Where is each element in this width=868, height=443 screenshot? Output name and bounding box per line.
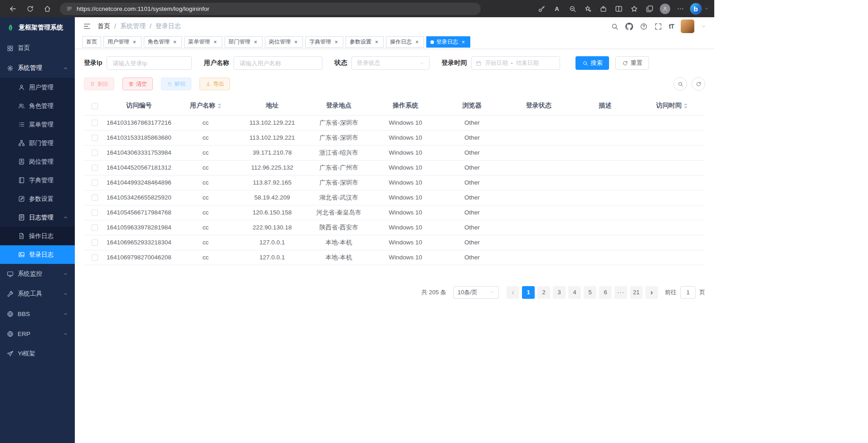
goto-page-input[interactable] [680, 286, 696, 299]
search-button[interactable]: 搜索 [575, 56, 609, 70]
sidebar-item-menu-management[interactable]: 菜单管理 [0, 115, 75, 134]
row-checkbox[interactable] [92, 254, 98, 261]
sidebar-item-system-monitor[interactable]: 系统监控 [0, 264, 75, 284]
breadcrumb-home[interactable]: 首页 [98, 22, 110, 30]
sidebar-item-param-settings[interactable]: 参数设置 [0, 190, 75, 208]
sidebar-item-login-log[interactable]: 登录日志 [0, 245, 75, 264]
col-user-name[interactable]: 用户名称 [172, 96, 239, 115]
bing-caret-icon[interactable] [704, 5, 709, 13]
page-button-6[interactable]: 6 [599, 286, 612, 299]
user-avatar[interactable] [681, 19, 694, 33]
sidebar-item-erp[interactable]: ERP [0, 324, 75, 344]
site-info-icon[interactable] [66, 5, 73, 12]
question-help-icon[interactable] [640, 23, 648, 30]
close-icon[interactable]: × [374, 39, 380, 45]
browser-menu-icon[interactable] [673, 2, 687, 15]
next-page-button[interactable]: › [645, 286, 658, 299]
page-button-4[interactable]: 4 [568, 286, 581, 299]
search-icon[interactable] [611, 23, 619, 30]
breadcrumb-system-management[interactable]: 系统管理 [120, 22, 146, 30]
favorites-icon[interactable] [627, 2, 641, 15]
page-button-2[interactable]: 2 [537, 286, 550, 299]
tab-home[interactable]: 首页 [82, 36, 101, 48]
row-checkbox[interactable] [92, 120, 98, 126]
delete-button[interactable]: 删除 [84, 78, 114, 90]
split-screen-icon[interactable] [612, 2, 625, 15]
sidebar-item-log-management[interactable]: 日志管理 [0, 208, 75, 227]
unlock-button[interactable]: 解锁 [161, 78, 191, 90]
collections-icon[interactable] [643, 2, 656, 15]
row-checkbox[interactable] [92, 239, 98, 246]
tab-param-settings[interactable]: 参数设置× [346, 36, 384, 48]
tab-user-management[interactable]: 用户管理× [103, 36, 141, 48]
refresh-table-button[interactable] [692, 77, 705, 91]
sort-caret-icon[interactable] [218, 103, 221, 108]
url-bar[interactable]: https://ccnetcore.com:1101/system/log/lo… [60, 3, 481, 15]
github-icon[interactable] [625, 23, 633, 30]
close-icon[interactable]: × [172, 39, 178, 45]
toggle-search-button[interactable] [673, 77, 687, 91]
close-icon[interactable]: × [132, 39, 137, 45]
sidebar-item-operation-log[interactable]: 操作日志 [0, 227, 75, 245]
sidebar-collapse-button[interactable] [83, 22, 91, 30]
tab-login-log[interactable]: 登录日志× [426, 36, 470, 48]
bing-copilot-button[interactable]: b [689, 2, 702, 15]
row-checkbox[interactable] [92, 224, 98, 231]
tab-post-management[interactable]: 岗位管理× [265, 36, 303, 48]
refresh-button[interactable] [23, 2, 37, 15]
page-button-5[interactable]: 5 [584, 286, 596, 299]
favorites-add-icon[interactable] [581, 2, 595, 15]
tab-dept-management[interactable]: 部门管理× [224, 36, 263, 48]
row-checkbox[interactable] [92, 180, 98, 186]
sidebar-item-home[interactable]: 首页 [0, 38, 75, 58]
sidebar-item-system-management[interactable]: 系统管理 [0, 58, 75, 78]
font-size-icon[interactable]: tT [669, 23, 674, 30]
select-all-checkbox[interactable] [92, 103, 98, 109]
user-name-input[interactable] [234, 56, 322, 70]
extensions-icon[interactable] [596, 2, 610, 15]
zoom-out-icon[interactable] [566, 2, 579, 15]
back-button[interactable] [5, 2, 20, 15]
close-icon[interactable]: × [333, 39, 339, 45]
sidebar-item-dept-management[interactable]: 部门管理 [0, 134, 75, 152]
row-checkbox[interactable] [92, 209, 98, 216]
sidebar-item-role-management[interactable]: 角色管理 [0, 97, 75, 115]
date-range-picker[interactable]: 开始日期 - 结束日期 [471, 56, 560, 70]
prev-page-button[interactable]: ‹ [507, 286, 519, 299]
tab-role-management[interactable]: 角色管理× [144, 36, 182, 48]
sidebar-item-yi-framework[interactable]: Yi框架 [0, 344, 75, 364]
sidebar-item-dict-management[interactable]: 字典管理 [0, 171, 75, 190]
page-button-3[interactable]: 3 [553, 286, 566, 299]
row-checkbox[interactable] [92, 135, 98, 141]
tab-operation-log[interactable]: 操作日志× [386, 36, 424, 48]
tab-dict-management[interactable]: 字典管理× [305, 36, 343, 48]
row-checkbox[interactable] [92, 150, 98, 156]
read-aloud-icon[interactable]: A [550, 2, 564, 15]
sidebar-item-post-management[interactable]: 岗位管理 [0, 152, 75, 171]
sidebar-item-user-management[interactable]: 用户管理 [0, 78, 75, 97]
close-icon[interactable]: × [460, 39, 466, 45]
close-icon[interactable]: × [212, 39, 218, 45]
close-icon[interactable]: × [414, 39, 420, 45]
tab-menu-management[interactable]: 菜单管理× [184, 36, 222, 48]
clear-button[interactable]: 清空 [122, 78, 153, 90]
sidebar-item-bbs[interactable]: BBS [0, 304, 75, 324]
browser-profile-avatar[interactable] [658, 2, 672, 15]
page-button-21[interactable]: 21 [630, 286, 643, 299]
close-icon[interactable]: × [253, 39, 258, 45]
close-icon[interactable]: × [293, 39, 299, 45]
reset-button[interactable]: 重置 [615, 56, 649, 70]
login-ip-input[interactable] [107, 56, 192, 70]
sidebar-item-system-tools[interactable]: 系统工具 [0, 284, 75, 304]
password-key-icon[interactable] [535, 2, 548, 15]
status-select[interactable]: 登录状态 [351, 56, 429, 70]
page-button-1[interactable]: 1 [522, 286, 535, 299]
row-checkbox[interactable] [92, 195, 98, 201]
chevron-down-icon[interactable] [701, 24, 706, 29]
row-checkbox[interactable] [92, 165, 98, 171]
page-size-select[interactable]: 10条/页 [454, 286, 499, 299]
col-access-time[interactable]: 访问时间 [639, 96, 705, 115]
more-pages-icon[interactable]: ··· [614, 286, 627, 299]
sort-caret-icon[interactable] [684, 103, 688, 108]
home-button[interactable] [40, 2, 54, 15]
